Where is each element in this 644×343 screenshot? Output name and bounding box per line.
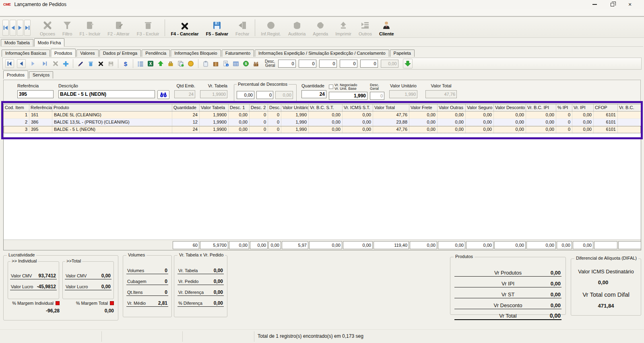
f2-alterar-button[interactable]: F2 - Alterar <box>104 19 133 37</box>
desc-geral-field-5[interactable] <box>360 60 378 68</box>
numbered-list-icon[interactable] <box>137 60 144 67</box>
column-header[interactable]: Desc. 3 <box>268 104 281 111</box>
descricao-input[interactable] <box>58 90 155 98</box>
tab-faturamento[interactable]: Faturamento <box>222 50 254 57</box>
desc-geral-form-input[interactable] <box>370 92 384 100</box>
search-product-button[interactable] <box>157 90 169 99</box>
desconto-2-input[interactable] <box>256 91 273 99</box>
table-row[interactable]: 2386BALDE 13,5L - (PRETO) (CLEANING)121,… <box>4 119 641 126</box>
nav-prev-button[interactable] <box>10 20 16 36</box>
item-cancel-icon[interactable] <box>97 60 104 67</box>
f1-incluir-button[interactable]: F1 - Incluir <box>76 19 104 37</box>
factory-icon[interactable] <box>252 60 260 67</box>
tab-papeleta[interactable]: Papeleta <box>390 50 415 57</box>
outros-button[interactable]: Outros <box>355 19 376 37</box>
table-cell: 0,00 <box>494 126 526 133</box>
vr-negociado-checkbox[interactable] <box>329 85 333 89</box>
desc-geral-field-2[interactable] <box>299 60 316 68</box>
column-header[interactable]: Referência <box>29 104 52 111</box>
excel-export-icon[interactable]: X <box>147 60 154 67</box>
tab-modo-ficha[interactable]: Modo Ficha <box>34 38 64 47</box>
table-grid-icon[interactable] <box>232 60 239 67</box>
f5-salvar-button[interactable]: F5 - Salvar <box>202 19 232 37</box>
f4-cancelar-button[interactable]: F4 - Cancelar <box>167 19 202 37</box>
inf-regist-button[interactable]: Inf.Regist. <box>257 19 285 37</box>
column-header[interactable]: Vr. B.C. IPI <box>526 104 556 111</box>
restore-button[interactable] <box>609 2 615 7</box>
table-row[interactable]: 1161BALDE 5L (CLEANING)241,99000,00001,9… <box>4 112 641 119</box>
price-dollar-icon[interactable]: $ <box>122 60 129 67</box>
apply-discount-button[interactable] <box>403 59 413 68</box>
exit-door-icon <box>237 21 247 30</box>
item-tools-icon[interactable] <box>52 60 59 67</box>
column-header[interactable]: Valor Total <box>373 104 409 111</box>
tab-valores[interactable]: Valores <box>76 50 98 57</box>
tab-informações-bloqueio[interactable]: Informações Bloqueio <box>171 50 221 57</box>
money-globe-icon[interactable]: $ <box>242 60 250 67</box>
column-header[interactable]: Vr. IPI <box>572 104 594 111</box>
f3-excluir-button[interactable]: F3 - Excluir <box>133 19 163 37</box>
desconto-1-input[interactable] <box>237 91 254 99</box>
difal-total-label: Vr Total com Difal <box>574 291 638 298</box>
vr-negociado-input[interactable] <box>329 92 367 100</box>
column-header[interactable]: Valor Outras <box>438 104 466 111</box>
nav-last-button[interactable] <box>24 20 31 36</box>
tab-modo-tabela[interactable]: Modo Tabela <box>1 39 33 46</box>
briefcase-icon[interactable] <box>167 60 174 67</box>
column-header[interactable]: Valor Seguro <box>466 104 494 111</box>
item-delete-icon[interactable] <box>87 60 94 67</box>
coin-icon[interactable] <box>187 60 194 67</box>
item-prev-button[interactable] <box>17 59 26 68</box>
column-header[interactable]: Desc. 2 <box>250 104 268 111</box>
quantidade-input[interactable] <box>301 90 326 98</box>
column-header[interactable]: Cod. Item <box>4 104 29 111</box>
column-header[interactable]: CFOP <box>594 104 618 111</box>
table-cell: 1,990 <box>281 119 309 126</box>
tab-produtos[interactable]: Produtos <box>3 70 28 79</box>
column-header[interactable]: Vr. B.C. S.T. <box>309 104 343 111</box>
column-header[interactable]: Quantidade <box>172 104 200 111</box>
copy-documents-icon[interactable] <box>177 60 184 67</box>
tab-informações-basicas[interactable]: Informações Basicas <box>2 50 50 57</box>
tab-informações-expedição-simulação-expedicção-cancelamento[interactable]: Informações Expedição / Simulação Expedi… <box>255 50 389 57</box>
fechar-button[interactable]: Fechar <box>232 19 253 37</box>
minimize-button[interactable] <box>592 2 597 7</box>
cliente-button[interactable]: Cliente <box>376 19 398 37</box>
item-first-button[interactable] <box>5 59 14 68</box>
column-header[interactable]: Valor Desconto <box>494 104 526 111</box>
close-button[interactable]: × <box>627 2 633 7</box>
item-next-button[interactable] <box>29 59 37 68</box>
tab-dados-p-entrega[interactable]: Dados p/ Entrega <box>99 50 141 57</box>
item-add-icon[interactable] <box>62 60 69 67</box>
column-header[interactable]: Vr. B.C. <box>618 104 642 111</box>
imprimir-button[interactable]: Imprimir <box>332 19 355 37</box>
tab-serviços[interactable]: Serviços <box>29 71 53 79</box>
item-edit-icon[interactable] <box>77 60 84 67</box>
tab-produtos[interactable]: Produtos <box>51 49 76 57</box>
opcoes-button[interactable]: Opcoes <box>36 19 59 37</box>
column-header[interactable]: Produto <box>52 104 172 111</box>
column-header[interactable]: % IPI <box>556 104 572 111</box>
table-row[interactable]: 3395BALDE - 5 L (NEON)241,99000,00001,99… <box>4 126 641 133</box>
table-cell: 0,00 <box>526 126 556 133</box>
referencia-input[interactable] <box>17 90 54 98</box>
nav-next-button[interactable] <box>17 20 23 36</box>
column-header[interactable]: Desc. 1 <box>229 104 250 111</box>
document-info-icon[interactable]: i <box>222 60 229 67</box>
desc-geral-field-1[interactable] <box>278 60 296 68</box>
filtro-button[interactable]: Filtro <box>59 19 76 37</box>
desc-geral-field-4[interactable] <box>340 60 357 68</box>
upload-arrow-icon[interactable] <box>157 60 164 67</box>
item-last-button[interactable] <box>40 59 49 68</box>
desc-geral-field-3[interactable] <box>319 60 337 68</box>
clipboard-icon[interactable] <box>202 60 209 67</box>
tab-pendência[interactable]: Pendência <box>142 50 170 57</box>
agenda-button[interactable]: Agenda <box>309 19 332 37</box>
column-header[interactable]: Vr. ICMS S.T. <box>343 104 373 111</box>
column-header[interactable]: Valor Unitário <box>281 104 309 111</box>
auditoria-button[interactable]: Auditoria <box>285 19 309 37</box>
nav-first-button[interactable] <box>2 20 9 36</box>
column-header[interactable]: Valor Frete <box>409 104 438 111</box>
package-icon[interactable] <box>212 60 219 67</box>
column-header[interactable]: Valor Tabela <box>200 104 229 111</box>
